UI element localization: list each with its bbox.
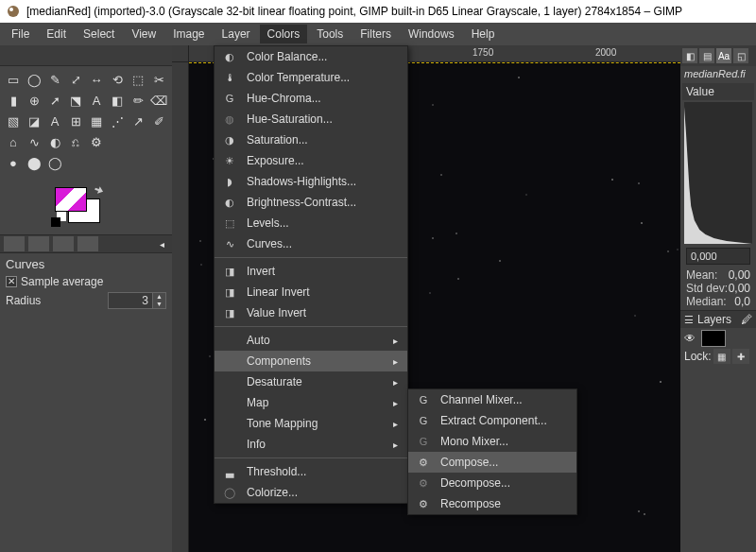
- menu-filters[interactable]: Filters: [352, 25, 399, 43]
- tool-button[interactable]: ⚙: [89, 134, 104, 149]
- layers-label[interactable]: Layers: [697, 313, 731, 326]
- tool-button[interactable]: ∿: [26, 134, 42, 149]
- sample-average-checkbox[interactable]: ✕: [6, 276, 17, 287]
- menu-item-auto[interactable]: Auto▸: [215, 330, 407, 351]
- menu-layer[interactable]: Layer: [215, 25, 258, 43]
- menu-item-extract-component[interactable]: GExtract Component...: [408, 410, 576, 431]
- right-dock-tabs[interactable]: ◧ ▤ Aa ◱: [680, 45, 756, 66]
- ruler-corner[interactable]: [172, 45, 189, 62]
- tool-button[interactable]: ◯: [47, 155, 62, 170]
- menu-item-label: Value Invert: [247, 306, 398, 319]
- layer-thumbnail[interactable]: [701, 330, 726, 347]
- histogram[interactable]: [684, 102, 752, 244]
- lock-position-icon[interactable]: ✚: [732, 349, 749, 364]
- tool-button[interactable]: ⎌: [68, 134, 83, 149]
- layers-menu-icon[interactable]: 🖉: [741, 313, 752, 326]
- menu-item-shadows-highlights[interactable]: ◗Shadows-Highlights...: [215, 171, 407, 192]
- dock-tab[interactable]: [53, 236, 74, 251]
- tool-button[interactable]: ⬤: [26, 155, 42, 170]
- menu-item-value-invert[interactable]: ◨Value Invert: [215, 302, 407, 323]
- menu-item-invert[interactable]: ◨Invert: [215, 261, 407, 282]
- tool-button[interactable]: ✐: [151, 113, 166, 129]
- menu-image[interactable]: Image: [165, 25, 212, 43]
- tool-button[interactable]: ➚: [47, 93, 62, 108]
- menu-select[interactable]: Select: [76, 25, 122, 43]
- radius-stepper[interactable]: ▲▼: [153, 292, 166, 309]
- menu-item-hue-chroma[interactable]: GHue-Chroma...: [215, 88, 407, 109]
- menu-item-curves[interactable]: ∿Curves...: [215, 233, 407, 254]
- menu-item-levels[interactable]: ⬚Levels...: [215, 213, 407, 233]
- tool-button[interactable]: ◪: [26, 113, 42, 129]
- dock-tab-icon[interactable]: ◧: [682, 48, 697, 63]
- tool-button[interactable]: ↗: [130, 113, 146, 129]
- dock-menu-icon[interactable]: ◂: [156, 239, 168, 250]
- menu-file[interactable]: File: [4, 25, 37, 43]
- tool-button[interactable]: ⋰: [110, 113, 125, 129]
- tool-button[interactable]: ◯: [26, 72, 42, 87]
- default-colors-black[interactable]: [51, 217, 60, 227]
- menu-item-tone-mapping[interactable]: Tone Mapping▸: [215, 413, 407, 434]
- vertical-ruler[interactable]: [172, 62, 189, 552]
- dock-tab[interactable]: [28, 236, 49, 251]
- swap-colors-icon[interactable]: [93, 185, 104, 197]
- tool-button[interactable]: ◧: [110, 93, 125, 108]
- tool-options-tabs[interactable]: ◂: [0, 234, 172, 253]
- dock-tab-icon[interactable]: ▤: [699, 48, 714, 63]
- tool-button[interactable]: A: [89, 93, 104, 108]
- tool-button[interactable]: ⊕: [26, 93, 42, 108]
- tool-button[interactable]: ▮: [6, 93, 21, 108]
- tool-button[interactable]: ●: [6, 155, 21, 170]
- dock-tab-strip[interactable]: [0, 45, 172, 66]
- tool-button[interactable]: ⌫: [151, 93, 166, 108]
- menu-item-brightness-contrast[interactable]: ◐Brightness-Contrast...: [215, 192, 407, 213]
- tool-button[interactable]: ▭: [6, 72, 21, 87]
- image-name-label: medianRed.fi: [680, 66, 756, 81]
- menu-item-label: Compose...: [440, 456, 567, 469]
- menu-view[interactable]: View: [124, 25, 163, 43]
- dock-tab-icon[interactable]: Aa: [716, 48, 731, 63]
- fg-color-swatch[interactable]: [55, 187, 87, 212]
- tool-button[interactable]: ▦: [89, 113, 104, 129]
- tool-button[interactable]: ⬚: [130, 72, 146, 87]
- tool-button[interactable]: ⊞: [68, 113, 83, 129]
- menu-item-exposure[interactable]: ☀Exposure...: [215, 150, 407, 171]
- tool-button[interactable]: A: [47, 113, 62, 129]
- menu-item-saturation[interactable]: ◑Saturation...: [215, 129, 407, 150]
- tool-button[interactable]: ↔: [89, 72, 104, 87]
- menu-windows[interactable]: Windows: [401, 25, 462, 43]
- menu-item-desaturate[interactable]: Desaturate▸: [215, 371, 407, 392]
- menu-tools[interactable]: Tools: [309, 25, 351, 43]
- tool-button[interactable]: ⤢: [68, 72, 83, 87]
- menu-item-compose[interactable]: ⚙Compose...: [408, 452, 576, 473]
- tool-button[interactable]: ⟲: [110, 72, 125, 87]
- tool-button[interactable]: ▧: [6, 113, 21, 129]
- menu-colors[interactable]: Colors: [260, 25, 308, 43]
- menu-item-info[interactable]: Info▸: [215, 434, 407, 455]
- tool-button[interactable]: ⌂: [6, 134, 21, 149]
- layer-row[interactable]: 👁: [680, 328, 756, 349]
- tool-button[interactable]: ✎: [47, 72, 62, 87]
- menu-item-map[interactable]: Map▸: [215, 392, 407, 413]
- menu-item-channel-mixer[interactable]: GChannel Mixer...: [408, 389, 576, 410]
- menu-edit[interactable]: Edit: [39, 25, 74, 43]
- menu-help[interactable]: Help: [464, 25, 503, 43]
- tool-button[interactable]: ✏: [130, 93, 146, 108]
- menu-item-components[interactable]: Components▸: [215, 351, 407, 371]
- dock-tab-icon[interactable]: ◱: [733, 48, 748, 63]
- tool-button[interactable]: ⬔: [68, 93, 83, 108]
- visibility-toggle-icon[interactable]: 👁: [684, 332, 697, 345]
- color-swatches[interactable]: [51, 185, 108, 233]
- menu-item-recompose[interactable]: ⚙Recompose: [408, 493, 576, 514]
- tool-button[interactable]: ◐: [47, 134, 62, 149]
- submenu-arrow-icon: ▸: [393, 356, 398, 367]
- histogram-channel-label[interactable]: Value: [686, 85, 714, 98]
- dock-tab[interactable]: [4, 236, 25, 251]
- menu-item-threshold[interactable]: ▃Threshold...: [215, 461, 407, 482]
- radius-input[interactable]: [108, 292, 153, 309]
- menu-item-color-temperature[interactable]: 🌡Color Temperature...: [215, 67, 407, 88]
- lock-pixels-icon[interactable]: ▦: [713, 349, 730, 364]
- dock-tab[interactable]: [77, 236, 98, 251]
- tool-button[interactable]: ✂: [151, 72, 166, 87]
- menu-item-linear-invert[interactable]: ◨Linear Invert: [215, 282, 407, 302]
- menu-item-color-balance[interactable]: ◐Color Balance...: [215, 46, 407, 67]
